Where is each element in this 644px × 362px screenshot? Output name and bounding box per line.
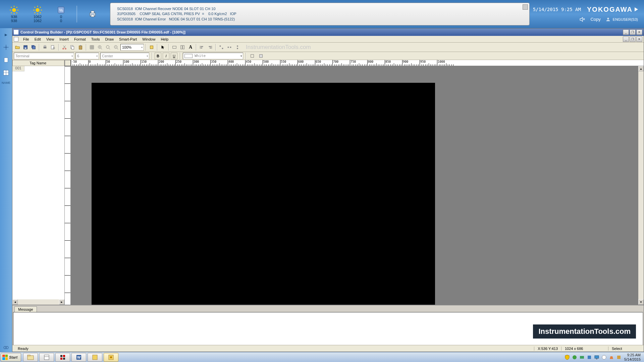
start-button[interactable]: Start — [1, 353, 21, 362]
user-label[interactable]: ENGUSER(S3) — [605, 17, 638, 22]
close-button[interactable]: ✕ — [636, 29, 642, 35]
size-combo[interactable]: 6 — [75, 53, 99, 59]
titlebar[interactable]: Control Drawing Builder - [Pjt:GSPCOGT S… — [12, 28, 644, 36]
scroll-left-icon[interactable]: ◄ — [12, 299, 18, 305]
canvas-viewport[interactable] — [71, 66, 638, 305]
align1-icon[interactable] — [198, 44, 206, 51]
tray-monitor-icon[interactable] — [594, 355, 599, 360]
zoom-out-icon[interactable] — [112, 44, 120, 51]
doc-restore-button[interactable]: ❐ — [630, 37, 636, 42]
task-app2[interactable] — [55, 353, 70, 362]
align-combo[interactable]: Center — [100, 53, 149, 59]
rail-tool-icon[interactable] — [2, 43, 10, 52]
status-size: 1024 x 686 — [561, 347, 608, 351]
menu-smartpart[interactable]: Smart-Part — [116, 37, 140, 42]
task-word[interactable]: W — [71, 353, 86, 362]
maximize-button[interactable]: ❐ — [630, 29, 636, 35]
bold-button[interactable]: B — [155, 53, 161, 59]
menu-view[interactable]: View — [44, 37, 57, 42]
extra2-icon[interactable] — [257, 52, 265, 60]
task-app1[interactable] — [39, 353, 54, 362]
menu-edit[interactable]: Edit — [32, 37, 44, 42]
print-box[interactable] — [83, 9, 103, 19]
scroll-down-icon[interactable]: ▼ — [638, 299, 644, 305]
pointer-icon[interactable] — [159, 44, 167, 51]
tool-a-icon[interactable] — [171, 44, 178, 51]
tray-icon-3[interactable] — [579, 355, 585, 360]
menu-window[interactable]: Window — [140, 37, 158, 42]
message-panel[interactable]: SCS0318 IOM Channel Recover NODE 04 SLOT… — [110, 3, 530, 25]
text-tool-icon[interactable]: A — [187, 44, 194, 51]
print-icon[interactable] — [41, 44, 49, 51]
rail-grid-icon[interactable] — [2, 68, 10, 77]
zoom-combo[interactable]: 100% — [120, 44, 144, 51]
msg-expand-button[interactable] — [523, 4, 528, 10]
dist2-icon[interactable] — [226, 44, 233, 51]
zoom-in-icon[interactable] — [96, 44, 104, 51]
h-ruler[interactable]: -500501001502002503003504004505005506006… — [71, 60, 644, 66]
rail-doc-icon[interactable] — [2, 56, 10, 64]
align2-icon[interactable] — [206, 44, 214, 51]
dist1-icon[interactable] — [218, 44, 225, 51]
minimize-button[interactable]: _ — [623, 29, 629, 35]
doc-close-button[interactable]: ✕ — [636, 37, 642, 42]
cut-icon[interactable] — [61, 44, 68, 51]
msg-body[interactable]: InstrumentationTools.com — [13, 312, 643, 346]
open-icon[interactable] — [14, 44, 21, 51]
tray-icon-7[interactable] — [609, 355, 614, 360]
alarm-box-1[interactable]: 938938 — [4, 5, 24, 23]
task-app3[interactable] — [88, 353, 102, 362]
v-scrollbar[interactable]: ▲ ▼ — [638, 66, 644, 305]
doc-icon[interactable] — [14, 37, 18, 42]
paste-icon[interactable] — [77, 44, 84, 51]
svg-point-56 — [106, 45, 109, 48]
block-icon[interactable] — [148, 44, 155, 51]
save-icon[interactable] — [22, 44, 29, 51]
tool-b-icon[interactable] — [179, 44, 186, 51]
menu-help[interactable]: Help — [158, 37, 171, 42]
dist3-icon[interactable] — [234, 44, 241, 51]
scroll-up-icon[interactable]: ▲ — [638, 66, 644, 71]
drawing-canvas[interactable] — [92, 83, 435, 305]
extra1-icon[interactable] — [249, 52, 256, 60]
menu-insert[interactable]: Insert — [57, 37, 71, 42]
copy-icon[interactable] — [69, 44, 76, 51]
tray-icon-2[interactable] — [572, 355, 577, 360]
taglist-rows[interactable]: 001 — [12, 66, 64, 299]
zoom-fit-icon[interactable] — [104, 44, 112, 51]
svg-rect-94 — [588, 356, 591, 359]
doc-minimize-button[interactable]: _ — [623, 37, 629, 42]
underline-button[interactable]: U — [171, 53, 177, 59]
ruler-corner[interactable] — [65, 60, 71, 66]
preview-icon[interactable] — [49, 44, 57, 51]
tab-message[interactable]: Message — [14, 306, 37, 312]
copy-button[interactable]: Copy — [590, 17, 600, 22]
tray-shield-icon[interactable] — [565, 355, 570, 360]
save-all-icon[interactable] — [30, 44, 37, 51]
menu-tools[interactable]: Tools — [89, 37, 103, 42]
scroll-right-icon[interactable]: ► — [59, 299, 64, 305]
tray-icon-8[interactable] — [616, 355, 622, 360]
italic-button[interactable]: I — [163, 53, 169, 59]
menu-draw[interactable]: Draw — [102, 37, 116, 42]
menu-file[interactable]: File — [20, 37, 32, 42]
task-cdb[interactable] — [104, 353, 118, 362]
alarm-box-2[interactable]: 10621062 — [28, 5, 48, 23]
color-combo[interactable]: White — [183, 53, 243, 59]
v-ruler[interactable] — [65, 66, 71, 305]
taglist-hscroll[interactable]: ◄ ► — [12, 299, 64, 305]
rail-bottom-icon[interactable] — [2, 343, 10, 352]
grid-icon[interactable] — [88, 44, 96, 51]
task-explorer[interactable] — [23, 353, 38, 362]
menu-format[interactable]: Format — [71, 37, 89, 42]
speaker-mute-icon[interactable] — [579, 16, 586, 23]
tray-icon-4[interactable] — [587, 355, 592, 360]
svg-point-26 — [5, 47, 7, 48]
font-combo[interactable]: Terminal — [14, 53, 74, 59]
alarm-box-3[interactable]: % 00 — [51, 5, 71, 23]
svg-rect-83 — [60, 355, 62, 357]
left-rail: ▶ NAME — [0, 28, 12, 352]
rail-expand-icon[interactable]: ▶ — [2, 30, 10, 39]
tray-clock[interactable]: 9:25 AM 5/14/2015 — [624, 353, 641, 361]
tray-icon-6[interactable] — [601, 355, 607, 360]
